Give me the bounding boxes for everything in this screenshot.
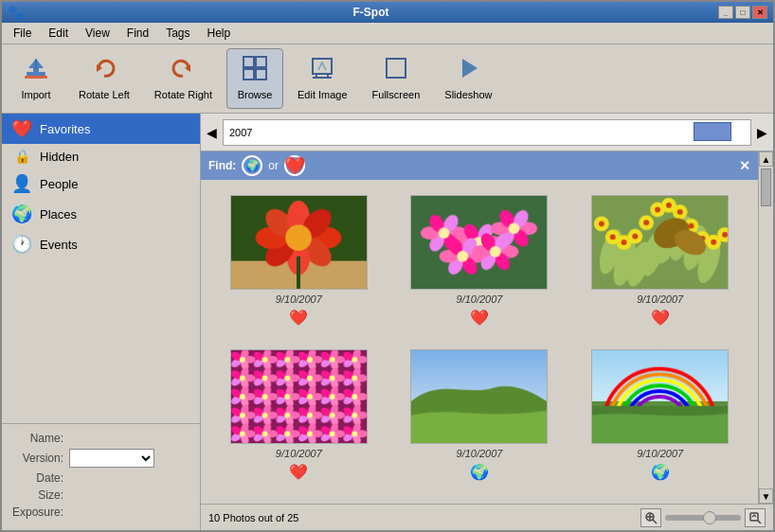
- prop-exposure-row: Exposure:: [11, 505, 190, 519]
- photo-date: 9/10/2007: [276, 448, 322, 459]
- sidebar-item-hidden[interactable]: 🔒 Hidden: [2, 144, 200, 168]
- photo-date: 9/10/2007: [457, 293, 503, 305]
- version-label: Version:: [11, 452, 63, 465]
- events-icon: 🕐: [11, 234, 32, 255]
- window-controls: _ □ ✕: [718, 6, 767, 19]
- menu-view[interactable]: View: [78, 25, 117, 42]
- svg-rect-0: [27, 72, 45, 76]
- svg-line-21: [758, 521, 761, 523]
- people-icon: 👤: [11, 173, 32, 194]
- scroll-up-arrow[interactable]: ▲: [759, 151, 773, 167]
- timeline-next[interactable]: ▶: [755, 123, 769, 142]
- photo-canvas: [411, 196, 547, 289]
- find-globe-icon: 🌍: [242, 155, 262, 176]
- sidebar-item-places[interactable]: 🌍 Places: [2, 199, 200, 229]
- sidebar-item-hidden-label: Hidden: [40, 150, 79, 164]
- zoom-in-button[interactable]: [745, 508, 766, 527]
- status-text: 10 Photos out of 25: [208, 512, 298, 523]
- photo-date: 9/10/2007: [637, 448, 683, 459]
- photo-canvas: [592, 196, 728, 289]
- slideshow-button[interactable]: Slideshow: [434, 48, 502, 109]
- find-close-button[interactable]: ✕: [739, 158, 750, 173]
- scroll-down-arrow[interactable]: ▼: [759, 488, 773, 504]
- menu-edit[interactable]: Edit: [41, 25, 76, 42]
- svg-rect-9: [256, 69, 266, 80]
- scrollbar-vertical[interactable]: ▲ ▼: [758, 151, 773, 504]
- hidden-icon: 🔒: [11, 149, 32, 164]
- zoom-out-button[interactable]: [640, 508, 661, 527]
- photo-item[interactable]: 9/10/2007🌍: [577, 349, 743, 488]
- browse-button[interactable]: Browse: [226, 48, 283, 109]
- photo-grid: 9/10/2007❤️9/10/2007❤️9/10/2007❤️9/10/20…: [201, 180, 758, 504]
- version-select[interactable]: [69, 449, 154, 468]
- photo-item[interactable]: 9/10/2007❤️: [216, 195, 382, 334]
- photo-rating: 🌍: [470, 463, 489, 481]
- zoom-slider-thumb[interactable]: [703, 511, 716, 524]
- sidebar-item-places-label: Places: [40, 207, 77, 222]
- edit-image-button[interactable]: Edit Image: [287, 48, 358, 109]
- edit-image-icon: [309, 55, 335, 85]
- sidebar-item-events-label: Events: [40, 238, 78, 252]
- photo-canvas: [592, 350, 728, 443]
- title-bar: 🐾 F-Spot _ □ ✕: [2, 2, 773, 23]
- photo-thumbnail: [230, 195, 368, 290]
- browse-icon: [242, 55, 268, 85]
- photo-canvas: [231, 350, 367, 443]
- prop-name-row: Name:: [11, 432, 190, 445]
- app-window: 🐾 F-Spot _ □ ✕ File Edit View Find Tags …: [0, 0, 775, 532]
- svg-rect-3: [25, 76, 47, 79]
- timeline-prev[interactable]: ◀: [205, 123, 219, 142]
- favorites-icon: ❤️: [11, 118, 32, 139]
- find-heart-icon: ❤️: [284, 155, 305, 176]
- svg-marker-15: [462, 59, 478, 78]
- photo-rating: ❤️: [470, 309, 489, 327]
- timeline-selection[interactable]: [694, 122, 731, 141]
- rotate-right-icon: [170, 55, 196, 85]
- slideshow-icon: [455, 55, 481, 85]
- photo-thumbnail: [410, 195, 548, 290]
- fullscreen-button[interactable]: Fullscreen: [362, 48, 431, 109]
- rotate-right-label: Rotate Right: [154, 89, 212, 101]
- main-area: ❤️ Favorites 🔒 Hidden 👤 People 🌍 Places …: [2, 114, 773, 530]
- photo-rating: ❤️: [289, 309, 308, 327]
- zoom-slider[interactable]: [665, 515, 741, 521]
- photo-item[interactable]: 9/10/2007🌍: [397, 349, 563, 488]
- browse-label: Browse: [238, 89, 273, 101]
- svg-line-17: [653, 520, 657, 523]
- toolbar: Import Rotate Left Rotate Right: [2, 44, 773, 114]
- sidebar-item-people[interactable]: 👤 People: [2, 168, 200, 199]
- rotate-left-button[interactable]: Rotate Left: [68, 48, 140, 109]
- close-button[interactable]: ✕: [752, 6, 767, 19]
- menu-find[interactable]: Find: [119, 25, 156, 42]
- import-button[interactable]: Import: [8, 48, 64, 109]
- scroll-content: Find: 🌍 or ❤️ ✕ 9/10/2007❤️9/10/2007❤️9/…: [201, 151, 758, 504]
- scroll-area: Find: 🌍 or ❤️ ✕ 9/10/2007❤️9/10/2007❤️9/…: [201, 151, 773, 504]
- photo-thumbnail: [591, 349, 729, 444]
- sidebar-props: Name: Version: Date: Size: Exposure:: [2, 423, 200, 530]
- photo-item[interactable]: 9/10/2007❤️: [216, 349, 382, 488]
- sidebar-item-events[interactable]: 🕐 Events: [2, 229, 200, 259]
- scroll-thumb[interactable]: [761, 168, 771, 206]
- size-label: Size:: [11, 488, 63, 502]
- photo-item[interactable]: 9/10/2007❤️: [397, 195, 563, 334]
- svg-rect-8: [243, 69, 254, 80]
- prop-size-row: Size:: [11, 488, 190, 502]
- date-label: Date:: [11, 471, 63, 485]
- menu-help[interactable]: Help: [200, 25, 239, 42]
- edit-image-label: Edit Image: [297, 89, 348, 101]
- maximize-button[interactable]: □: [735, 6, 750, 19]
- menu-file[interactable]: File: [6, 25, 39, 42]
- photo-date: 9/10/2007: [637, 293, 683, 305]
- content-panel: ◀ 2007 ▶ Find: 🌍 or: [201, 114, 773, 530]
- sidebar-item-favorites[interactable]: ❤️ Favorites: [2, 114, 200, 144]
- photo-rating: 🌍: [651, 463, 670, 481]
- svg-rect-7: [256, 57, 266, 67]
- status-controls: [640, 508, 766, 527]
- fullscreen-icon: [383, 55, 409, 85]
- minimize-button[interactable]: _: [718, 6, 733, 19]
- rotate-right-button[interactable]: Rotate Right: [144, 48, 223, 109]
- photo-item[interactable]: 9/10/2007❤️: [577, 195, 743, 334]
- import-icon: [23, 55, 49, 85]
- sidebar-item-favorites-label: Favorites: [40, 122, 90, 136]
- menu-tags[interactable]: Tags: [158, 25, 197, 42]
